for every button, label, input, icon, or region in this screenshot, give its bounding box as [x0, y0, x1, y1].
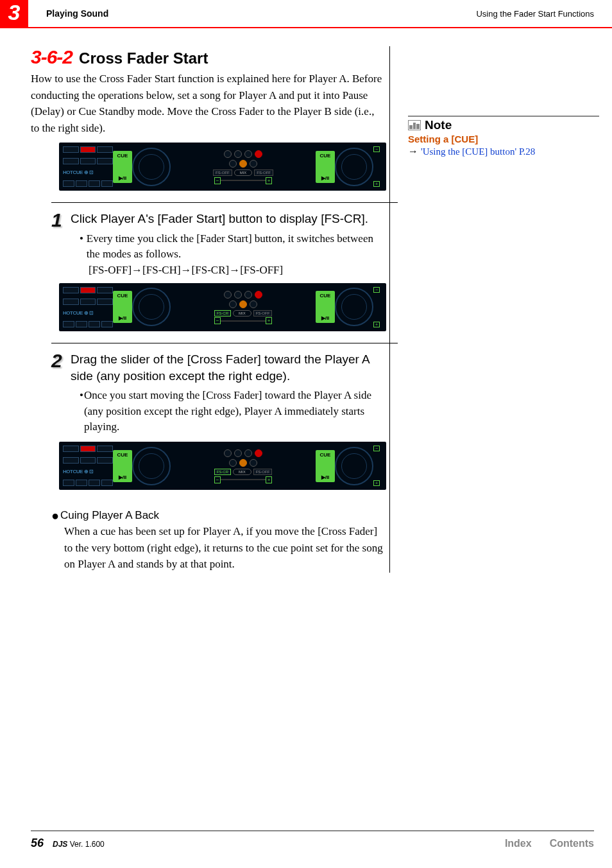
step-number: 1	[51, 211, 71, 277]
version-label: Ver. 1.600	[70, 840, 105, 849]
note-subject: Setting a [CUE]	[408, 134, 599, 144]
fs-label-left[interactable]: FS-CR	[214, 310, 231, 317]
cue-button[interactable]: CUE▶/II	[113, 450, 132, 482]
fs-label-left[interactable]: FS-CR	[214, 469, 231, 475]
intro-paragraph: How to use the Cross Fader Start functio…	[31, 71, 384, 136]
step-bullet: Once you start moving the [Cross Fader] …	[84, 388, 384, 435]
jog-wheel[interactable]	[132, 447, 171, 485]
fs-label-left[interactable]: FS-OFF	[213, 169, 232, 176]
step-title: Click Player A's [Fader Start] button to…	[71, 211, 384, 227]
step-1: 1 Click Player A's [Fader Start] button …	[31, 211, 384, 277]
arrow-icon: →	[408, 146, 418, 157]
cue-button[interactable]: CUE▶/II	[113, 151, 132, 183]
mode-sequence: [FS-OFF]→[FS-CH]→[FS-CR]→[FS-OFF]	[71, 264, 384, 277]
heading-number: 3-6-2	[31, 46, 72, 68]
subsection-title: Using the Fader Start Functions	[476, 9, 594, 19]
index-link[interactable]: Index	[505, 838, 532, 849]
step-2: 2 Drag the slider of the [Cross Fader] t…	[31, 351, 384, 435]
mix-label[interactable]: MIX	[233, 469, 251, 475]
note-icon	[408, 120, 421, 130]
step-number: 2	[51, 351, 71, 435]
main-column: 3-6-2 Cross Fader Start How to use the C…	[31, 46, 390, 573]
divider	[51, 343, 398, 343]
side-column: Note Setting a [CUE] → 'Using the [CUE] …	[390, 46, 599, 573]
cue-button[interactable]: CUE▶/II	[316, 450, 335, 482]
bullet-icon: ●	[51, 509, 59, 522]
note-heading: Note	[408, 118, 599, 132]
subsection-body: When a cue has been set up for Player A,…	[51, 523, 384, 573]
contents-link[interactable]: Contents	[550, 838, 594, 849]
page-header: 3 Playing Sound Using the Fader Start Fu…	[0, 0, 612, 28]
divider	[51, 202, 398, 203]
subsection: ● Cuing Player A Back When a cue has bee…	[31, 509, 384, 573]
step-title: Drag the slider of the [Cross Fader] tow…	[71, 351, 384, 384]
jog-wheel[interactable]	[132, 148, 171, 186]
mix-label[interactable]: MIX	[234, 169, 253, 176]
crossfader[interactable]	[221, 180, 266, 181]
cue-button[interactable]: CUE▶/II	[113, 291, 132, 323]
player-screenshot-1: HOTCUE ⊕ ⊡ CUE▶/II FS-OFF MIX FS-OFF − +	[59, 143, 386, 191]
mix-label[interactable]: MIX	[233, 310, 251, 317]
section-title: Playing Sound	[46, 8, 108, 19]
subsection-title: Cuing Player A Back	[60, 509, 159, 522]
jog-wheel[interactable]	[335, 447, 373, 485]
product-name: DJS	[53, 840, 67, 849]
player-screenshot-2: HOTCUE ⊕ ⊡ CUE▶/II FS-CR MIX FS-OFF − +	[59, 283, 386, 331]
header-bar: Playing Sound Using the Fader Start Func…	[28, 0, 612, 28]
page-number: 56	[31, 837, 44, 850]
jog-wheel[interactable]	[132, 288, 171, 326]
fs-label-right[interactable]: FS-OFF	[253, 469, 273, 475]
cue-button[interactable]: CUE▶/II	[316, 151, 335, 183]
chapter-number: 3	[0, 0, 28, 28]
crossfader[interactable]	[221, 320, 266, 322]
jog-wheel[interactable]	[335, 148, 373, 186]
crossfader[interactable]	[221, 479, 266, 480]
cue-button[interactable]: CUE▶/II	[316, 291, 335, 323]
heading: 3-6-2 Cross Fader Start	[31, 46, 384, 68]
jog-wheel[interactable]	[335, 288, 373, 326]
heading-title: Cross Fader Start	[79, 49, 208, 67]
note-link[interactable]: 'Using the [CUE] button' P.28	[421, 146, 535, 157]
fs-label-right[interactable]: FS-OFF	[254, 169, 273, 176]
step-bullet: Every time you click the [Fader Start] b…	[87, 231, 384, 263]
fs-label-right[interactable]: FS-OFF	[253, 310, 273, 317]
page-footer: 56 DJS Ver. 1.600 Index Contents	[31, 830, 594, 850]
player-screenshot-3: HOTCUE ⊕ ⊡ CUE▶/II FS-CR MIX FS-OFF − +	[59, 442, 386, 490]
